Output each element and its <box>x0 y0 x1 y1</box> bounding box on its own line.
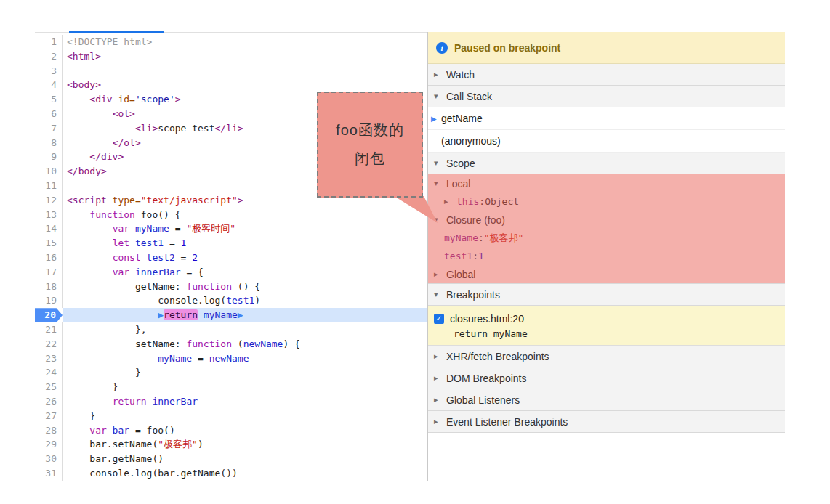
code-token: myName <box>198 309 238 320</box>
scope-tree: ▾Local▸this: Object▾Closure (foo)myName:… <box>428 174 785 284</box>
code-token: var <box>113 267 129 277</box>
code-line: 17 var innerBar = { <box>35 265 427 280</box>
code-token: <body> <box>67 79 101 90</box>
section-xhr-fetch-breakpoints[interactable]: ▸XHR/fetch Breakpoints <box>428 346 785 367</box>
code-line: 27 } <box>35 409 427 423</box>
line-number[interactable]: 19 <box>35 293 63 308</box>
line-number[interactable]: 12 <box>35 193 63 208</box>
code-token: myName <box>158 353 192 364</box>
code-token: test2 <box>141 252 175 263</box>
line-number[interactable]: 18 <box>35 280 63 294</box>
line-number[interactable]: 1 <box>35 35 63 49</box>
info-icon: i <box>436 42 448 54</box>
line-number[interactable]: 3 <box>35 64 63 78</box>
code-line-text: var bar = foo() <box>63 423 427 438</box>
code-line: 19 console.log(test1) <box>35 293 427 308</box>
breakpoint-entry-header: ✓closures.html:20 <box>434 311 779 326</box>
code-token: console.log( <box>67 295 226 306</box>
line-number[interactable]: 5 <box>35 92 63 107</box>
chevron-right-icon: ▸ <box>434 417 442 426</box>
call-stack-frame[interactable]: ▶getName <box>428 107 785 130</box>
line-number[interactable]: 16 <box>35 251 63 265</box>
chevron-right-icon: ▸ <box>434 70 442 79</box>
code-line: 20 ▶return myName▶ <box>35 308 427 322</box>
line-number[interactable]: 24 <box>35 365 63 380</box>
code-line-text: return innerBar <box>63 394 427 409</box>
scope-title: Local <box>446 178 470 190</box>
code-line: 29 bar.setName("极客邦") <box>35 437 427 452</box>
debugger-sections: ▸Watch▾Call Stack▶getName(anonymous)▾Sco… <box>428 64 785 433</box>
section-dom-breakpoints[interactable]: ▸DOM Breakpoints <box>428 367 785 389</box>
code-line-text: function foo() { <box>63 208 427 222</box>
code-token: test1 <box>129 237 164 248</box>
code-line: 24 } <box>35 365 427 380</box>
line-number[interactable]: 26 <box>35 394 63 409</box>
code-token: "极客时间" <box>186 223 235 234</box>
line-number[interactable]: 6 <box>35 107 63 121</box>
line-number[interactable]: 2 <box>35 49 63 64</box>
line-number[interactable]: 15 <box>35 236 63 251</box>
code-line: 26 return innerBar <box>35 394 427 409</box>
line-number[interactable]: 7 <box>35 121 63 136</box>
section-scope[interactable]: ▾Scope <box>428 153 785 174</box>
scope-variable-row[interactable]: ▸this: Object <box>428 192 785 211</box>
line-number[interactable]: 14 <box>35 221 63 236</box>
line-number[interactable]: 21 <box>35 322 63 337</box>
code-token: innerBar <box>147 396 198 407</box>
code-token: const <box>113 252 141 263</box>
scope-variable-row[interactable]: myName: "极客邦" <box>428 229 785 247</box>
chevron-right-icon: ▸ <box>444 197 452 206</box>
code-token: </div> <box>89 151 124 162</box>
code-token: ) { <box>283 338 299 349</box>
code-token: innerBar <box>129 267 180 277</box>
code-line-text: } <box>63 380 427 394</box>
section-breakpoints[interactable]: ▾Breakpoints <box>428 284 785 306</box>
code-token: > <box>175 94 181 105</box>
section-event-listener-breakpoints[interactable]: ▸Event Listener Breakpoints <box>428 411 785 433</box>
section-global-listeners[interactable]: ▸Global Listeners <box>428 389 785 411</box>
line-number[interactable]: 13 <box>35 208 63 222</box>
code-line-text: setName: function (newName) { <box>63 337 427 351</box>
section-label: XHR/fetch Breakpoints <box>446 351 549 362</box>
code-token <box>67 223 113 234</box>
section-watch[interactable]: ▸Watch <box>428 64 785 86</box>
property-value: Object <box>485 196 519 207</box>
breakpoint-source-snippet: return myName <box>434 328 779 339</box>
code-token: <script <box>67 195 107 206</box>
section-call-stack[interactable]: ▾Call Stack <box>428 86 785 107</box>
line-number[interactable]: 9 <box>35 150 63 164</box>
chevron-right-icon: ▸ <box>434 269 442 279</box>
line-number[interactable]: 28 <box>35 423 63 438</box>
scope-variable-row[interactable]: test1: 1 <box>428 247 785 265</box>
code-token: ( <box>232 338 243 349</box>
line-number[interactable]: 25 <box>35 380 63 394</box>
scope-section-row[interactable]: ▾Local <box>428 174 785 192</box>
line-number[interactable]: 27 <box>35 409 63 423</box>
code-line-text: bar.setName("极客邦") <box>63 437 427 452</box>
breakpoint-entry[interactable]: ✓closures.html:20return myName <box>428 306 785 346</box>
code-line-text: ▶return myName▶ <box>63 308 427 322</box>
chevron-right-icon: ▸ <box>434 373 442 383</box>
code-token: "text/javascript" <box>141 195 238 206</box>
code-token: newName <box>243 338 283 349</box>
line-number[interactable]: 11 <box>35 179 63 193</box>
line-number[interactable]: 23 <box>35 351 63 366</box>
line-number[interactable]: 8 <box>35 136 63 150</box>
breakpoint-checkbox[interactable]: ✓ <box>434 314 444 324</box>
code-token <box>67 353 158 364</box>
line-number[interactable]: 30 <box>35 452 63 466</box>
scope-section-row[interactable]: ▾Closure (foo) <box>428 211 785 229</box>
code-token: } <box>67 410 95 421</box>
line-number[interactable]: 17 <box>35 265 63 280</box>
call-stack-frame[interactable]: (anonymous) <box>428 130 785 153</box>
line-number[interactable]: 20 <box>35 308 63 322</box>
devtools-sources-panel: 1<!DOCTYPE html>2<html>34<body>5 <div id… <box>0 0 830 504</box>
code-token <box>67 123 135 134</box>
line-number[interactable]: 31 <box>35 466 63 481</box>
line-number[interactable]: 29 <box>35 437 63 452</box>
line-number[interactable]: 22 <box>35 337 63 351</box>
scope-section-row[interactable]: ▸Global <box>428 265 785 283</box>
line-number[interactable]: 10 <box>35 164 63 179</box>
line-number[interactable]: 4 <box>35 78 63 92</box>
chevron-right-icon: ▸ <box>434 351 442 361</box>
